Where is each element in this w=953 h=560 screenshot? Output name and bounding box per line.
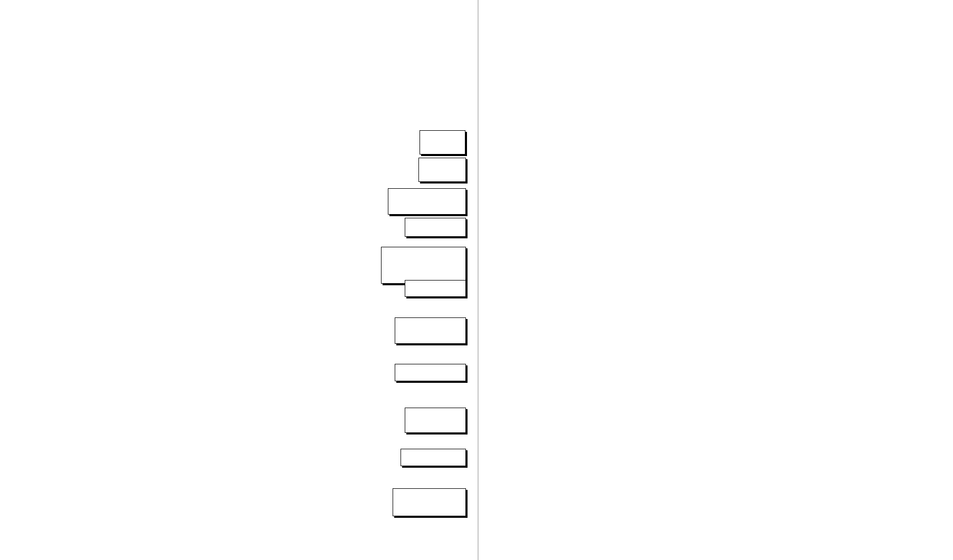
legend-qmd <box>388 188 466 215</box>
inj-rate-dot-swatch <box>411 226 414 229</box>
strip-chart-svg <box>0 0 953 560</box>
legend-diamond <box>401 449 466 466</box>
legend-cdc <box>405 408 466 433</box>
legend-rep-rate <box>418 158 466 182</box>
legend-entry <box>419 169 465 171</box>
legend-entry <box>405 287 465 289</box>
canvas-edge-divider <box>478 0 479 560</box>
qmd2-dot-swatch <box>394 202 397 206</box>
cdc-line-swatch <box>407 419 422 420</box>
vxd-fw135-line-swatch <box>395 503 409 504</box>
ecl-bg-line-swatch <box>397 330 413 331</box>
legend-entry <box>420 142 465 144</box>
ecl-bw-line-swatch <box>407 288 422 289</box>
monitor-canvas <box>0 0 953 560</box>
legend-entry <box>395 372 465 374</box>
legend-ecl-bw <box>405 280 466 297</box>
cdc-av-line-swatch <box>407 421 422 422</box>
rep-rate-line-swatch <box>421 169 435 170</box>
legend-inj-rate <box>405 218 466 237</box>
legend-entry <box>388 197 465 201</box>
ler-line-swatch <box>422 141 439 142</box>
legend-entry <box>393 503 465 505</box>
legend-beam-current <box>420 130 465 155</box>
legend-entry <box>401 457 465 459</box>
legend-entry <box>388 201 465 206</box>
legend-entry <box>382 264 465 267</box>
legend-vxd <box>393 488 466 516</box>
legend-entry <box>405 420 465 422</box>
legend-inj-eff <box>381 247 466 284</box>
top-line-swatch <box>397 372 413 373</box>
inj-eff-bcm1-dot-swatch <box>384 264 387 267</box>
legend-top <box>395 364 466 381</box>
her-line-swatch <box>422 143 439 144</box>
legend-entry <box>395 330 465 332</box>
legend-ecl-bg <box>395 317 466 344</box>
vxd-fw225-line-swatch <box>395 501 409 502</box>
qmd1-dot-swatch <box>394 197 397 201</box>
legend-entry <box>405 225 465 230</box>
diamond-line-swatch <box>403 457 418 458</box>
